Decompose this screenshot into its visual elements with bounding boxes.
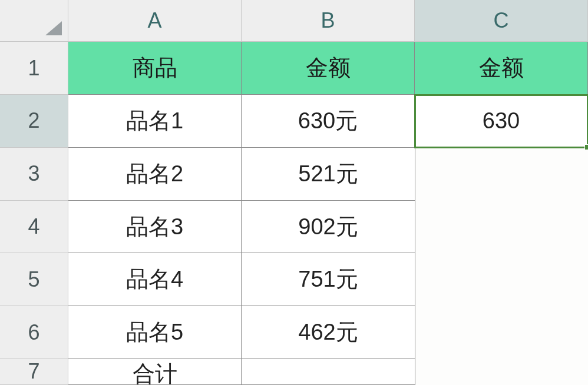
row-5: 5 品名4 751元: [0, 253, 588, 306]
cell-a2[interactable]: 品名1: [68, 95, 242, 148]
cell-c6[interactable]: [415, 306, 588, 359]
cell-c3[interactable]: [415, 148, 588, 201]
row-header-5[interactable]: 5: [0, 253, 68, 306]
spreadsheet: A B C 1 商品 金额 金额 2 品名1 630元 630 3 品名2 52…: [0, 0, 588, 385]
cell-b7[interactable]: [242, 359, 415, 385]
column-headers: A B C: [0, 0, 588, 42]
row-header-2[interactable]: 2: [0, 95, 68, 148]
cell-b5[interactable]: 751元: [242, 253, 415, 306]
cell-b3[interactable]: 521元: [242, 148, 415, 201]
row-6: 6 品名5 462元: [0, 306, 588, 359]
cell-b4[interactable]: 902元: [242, 201, 415, 254]
row-4: 4 品名3 902元: [0, 201, 588, 254]
row-header-4[interactable]: 4: [0, 201, 68, 254]
cell-c4[interactable]: [415, 201, 588, 254]
cell-a3[interactable]: 品名2: [68, 148, 242, 201]
row-1: 1 商品 金额 金额: [0, 42, 588, 95]
fill-handle[interactable]: [584, 144, 588, 150]
cell-b6[interactable]: 462元: [242, 306, 415, 359]
cell-c1[interactable]: 金额: [415, 42, 588, 95]
row-header-7[interactable]: 7: [0, 359, 68, 385]
cell-c5[interactable]: [415, 253, 588, 306]
col-header-a[interactable]: A: [68, 0, 242, 41]
cell-c2-value: 630: [483, 108, 520, 134]
cell-a4[interactable]: 品名3: [68, 201, 242, 254]
cell-a6[interactable]: 品名5: [68, 306, 242, 359]
cell-a7[interactable]: 合计: [68, 359, 242, 385]
cell-c2[interactable]: 630: [415, 95, 588, 148]
row-header-6[interactable]: 6: [0, 306, 68, 359]
row-2: 2 品名1 630元 630: [0, 95, 588, 148]
cell-a5[interactable]: 品名4: [68, 253, 242, 306]
col-header-c[interactable]: C: [415, 0, 588, 41]
cell-b1[interactable]: 金额: [242, 42, 415, 95]
row-7: 7 合计: [0, 359, 588, 385]
cell-a1[interactable]: 商品: [68, 42, 242, 95]
cell-b2[interactable]: 630元: [242, 95, 415, 148]
row-header-1[interactable]: 1: [0, 42, 68, 95]
cell-c7[interactable]: [415, 359, 588, 385]
row-3: 3 品名2 521元: [0, 148, 588, 201]
col-header-b[interactable]: B: [242, 0, 415, 41]
row-header-3[interactable]: 3: [0, 148, 68, 201]
select-all-corner[interactable]: [0, 0, 68, 41]
